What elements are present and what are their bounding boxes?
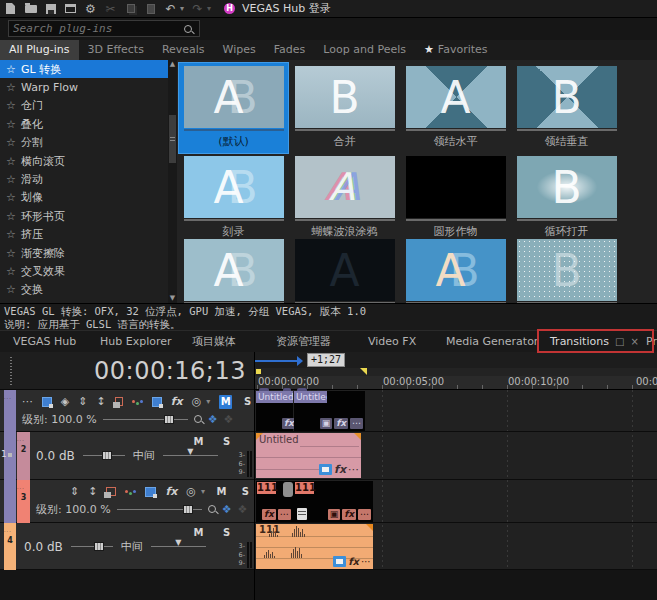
project-properties-button[interactable] — [64, 2, 77, 16]
category-page-loop[interactable]: ☆环形书页 — [0, 207, 168, 225]
transition-item[interactable]: B — [512, 236, 621, 303]
clip-more-button[interactable]: ⋯ — [348, 463, 359, 476]
search-input[interactable] — [9, 22, 184, 35]
undo-dropdown-button[interactable]: ▾ — [180, 4, 184, 13]
category-gradient-wipe[interactable]: ☆渐变擦除 — [0, 244, 168, 262]
category-swap[interactable]: ☆交换 — [0, 281, 168, 299]
clip-fx-button[interactable]: fx — [342, 509, 356, 520]
preview-scrub-bar[interactable] — [295, 129, 395, 131]
star-outline-icon[interactable]: ☆ — [6, 81, 21, 94]
track-2-color-strip[interactable]: ···2 — [17, 432, 30, 480]
transition-item[interactable]: BA — [401, 236, 510, 303]
layers-dim-icon[interactable]: ❖ — [238, 503, 248, 516]
tab-all-plugins[interactable]: All Plug-ins — [0, 40, 79, 60]
compositing-icon[interactable] — [106, 487, 116, 496]
star-outline-icon[interactable]: ☆ — [6, 155, 21, 168]
scrollbar-thumb[interactable] — [169, 115, 176, 163]
timecode-display[interactable]: 00:00:16;13 — [94, 357, 246, 385]
transition-item[interactable]: A — [290, 236, 399, 303]
track-header-4-audio[interactable]: M S 0.0 dB 中间 ▼ 3-6-9- — [0, 523, 254, 570]
track-motion-icon[interactable] — [42, 397, 52, 407]
category-barn-door[interactable]: ☆仓门 — [0, 97, 168, 115]
category-wipe[interactable]: ☆划像 — [0, 189, 168, 207]
search-icon[interactable] — [184, 25, 192, 33]
audio-clip-untitled[interactable]: Untitled fx ⋯ — [256, 433, 361, 478]
layers-dim-icon[interactable]: ❖ — [224, 413, 234, 426]
expand-track-icon[interactable]: ⇕ — [78, 396, 87, 408]
compositing-mode-dropdown[interactable]: ▾ — [206, 397, 210, 406]
zoom-track-icon[interactable] — [208, 505, 216, 513]
fade-out-handle[interactable] — [354, 433, 361, 440]
track-header-3-video[interactable]: ⇕ ↕ fx ◎ ▾ M S 级别: 100.0 % ❖ ❖ — [0, 480, 254, 523]
audio-clip-111[interactable]: 111 fx ⋯ — [256, 524, 373, 569]
clip-more-button[interactable]: ⋯ — [278, 509, 291, 520]
transition-bowtie-vertical[interactable]: B 领结垂直 — [512, 63, 621, 153]
tab-reveals[interactable]: Reveals — [153, 40, 214, 60]
copy-button[interactable] — [124, 2, 137, 16]
bypass-motion-blur-icon[interactable] — [152, 397, 162, 407]
settings-button[interactable]: ⚙ — [84, 2, 97, 16]
track-header-1-video[interactable]: ⋯ ◈ ⇕ ↕ fx ◎ ▾ M S 级别: 100.0 % — [0, 390, 254, 432]
cut-button[interactable]: ✂ — [104, 2, 117, 16]
expand-track-icon[interactable]: ⇕ — [70, 486, 79, 498]
star-outline-icon[interactable]: ☆ — [6, 283, 21, 296]
transition-bowtie-horizontal[interactable]: A 领结水平 — [401, 63, 510, 153]
vegas-hub-icon[interactable]: H — [224, 3, 235, 14]
transition-circle-crop[interactable]: 圆形作物 — [401, 153, 510, 236]
zoom-track-icon[interactable] — [194, 415, 202, 423]
clip-more-button[interactable]: ⋯ — [358, 509, 371, 520]
preview-scrub-bar[interactable] — [406, 219, 506, 221]
star-outline-icon[interactable]: ☆ — [6, 99, 21, 112]
track-menu-icon[interactable]: ⋯ — [22, 396, 33, 408]
pan-dropdown-icon[interactable]: ▼ — [175, 538, 181, 547]
category-cross-effect[interactable]: ☆交叉效果 — [0, 262, 168, 280]
layers-icon[interactable]: ❖ — [208, 413, 218, 426]
star-outline-icon[interactable]: ☆ — [6, 247, 21, 260]
star-outline-icon[interactable]: ☆ — [6, 118, 21, 131]
scatter-dots-icon[interactable] — [132, 400, 135, 403]
search-box[interactable] — [8, 20, 200, 37]
track-height-icon[interactable]: ↕ — [88, 486, 97, 498]
clip-envelope-button[interactable] — [319, 464, 332, 475]
tab-fades[interactable]: Fades — [265, 40, 315, 60]
volume-envelope[interactable] — [300, 446, 359, 447]
video-clip-111[interactable]: 111 ▣ fx ⋯ — [293, 481, 373, 522]
slider-handle[interactable] — [102, 451, 112, 460]
dock-tab-project-media[interactable]: 项目媒体 — [192, 331, 236, 352]
gain-slider[interactable] — [71, 546, 113, 547]
clip-media-icon[interactable] — [297, 508, 307, 520]
clip-crop-button[interactable]: ▣ — [320, 418, 333, 429]
transition-loop-open[interactable]: B 循环打开 — [512, 153, 621, 236]
solo-button[interactable]: S — [238, 485, 253, 499]
video-clip-untitled[interactable]: Untitled ▣ fx ⋯ — [294, 391, 365, 431]
scatter-dots-icon[interactable] — [125, 490, 128, 493]
clip-fx-button[interactable]: fx — [262, 509, 276, 520]
star-outline-icon[interactable]: ☆ — [6, 136, 21, 149]
scroll-down-icon[interactable]: ▼ — [168, 294, 177, 303]
category-warp-flow[interactable]: ☆Warp Flow — [0, 78, 168, 96]
fade-out-handle[interactable] — [366, 524, 373, 531]
redo-dropdown-button[interactable]: ▾ — [207, 4, 211, 13]
star-outline-icon[interactable]: ☆ — [6, 210, 21, 223]
transition-merge[interactable]: B 合并 — [290, 63, 399, 153]
pan-slider[interactable]: ▼ — [151, 546, 206, 547]
category-squeeze[interactable]: ☆挤压 — [0, 226, 168, 244]
clip-fx-button[interactable]: fx — [348, 556, 359, 567]
track-height-icon[interactable]: ↕ — [96, 396, 105, 408]
time-ruler[interactable]: 00:00:00;00 00:00:05;00 00:00:10;00 00:0 — [255, 376, 657, 390]
preview-scrub-bar[interactable] — [517, 219, 617, 221]
clip-fx-button[interactable]: fx — [334, 418, 348, 429]
track-4-color-strip[interactable]: ···4 — [4, 523, 16, 570]
compositing-mode-icon[interactable]: ◎ — [186, 486, 196, 498]
preview-scrub-bar[interactable] — [184, 129, 284, 131]
compositing-icon[interactable] — [115, 397, 124, 406]
tab-3d-effects[interactable]: 3D Effects — [79, 40, 153, 60]
undo-button[interactable]: ↶ — [164, 2, 177, 16]
gain-slider[interactable] — [83, 455, 125, 456]
mute-button[interactable]: M — [191, 526, 206, 540]
slider-handle[interactable] — [183, 505, 193, 514]
layers-icon[interactable]: ❖ — [222, 503, 232, 516]
scroll-up-icon[interactable]: ▲ — [168, 60, 177, 69]
preview-scrub-bar[interactable] — [406, 129, 506, 131]
category-scrollbar[interactable]: ▲ ▼ — [168, 60, 177, 303]
